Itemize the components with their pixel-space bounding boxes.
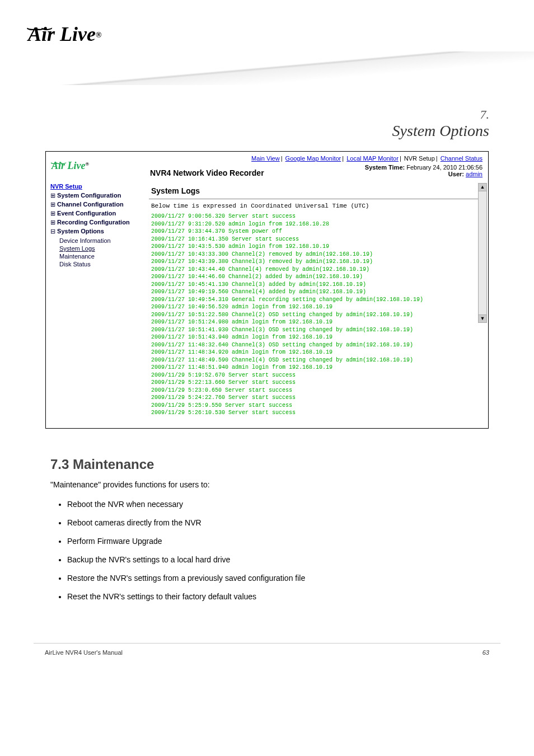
page-number: 63 [483, 649, 489, 656]
bullet-item: Reboot cameras directly from the NVR [67, 517, 484, 529]
footer-left: AirLive NVR4 User's Manual [45, 649, 123, 656]
nvr-screenshot: ‿‿‿ Air Live® Main View| Google Map Moni… [45, 151, 489, 429]
sidebar-system-logs[interactable]: System Logs [59, 245, 140, 252]
sidebar-system-options[interactable]: System Options [50, 228, 140, 235]
section-heading: 7.3 Maintenance [50, 457, 484, 472]
nvr-logo: ‿‿‿ Air Live® [46, 152, 144, 181]
scrollbar[interactable]: ▲ ▼ [478, 183, 487, 323]
scroll-down-icon[interactable]: ▼ [479, 314, 486, 322]
link-local-map[interactable]: Local MAP Monitor [346, 155, 399, 162]
link-main-view[interactable]: Main View [251, 155, 280, 162]
brand-logo: ‿‿‿ Air Live® [0, 0, 534, 51]
sidebar-system-config[interactable]: System Configuration [50, 192, 140, 199]
bullet-item: Backup the NVR's settings to a local har… [67, 554, 484, 566]
bullet-item: Restore the NVR's settings from a previo… [67, 572, 484, 584]
user-link[interactable]: admin [466, 171, 483, 177]
bullet-item: Perform Firmware Upgrade [67, 536, 484, 547]
sidebar-maintenance[interactable]: Maintenance [59, 252, 140, 260]
top-nav: Main View| Google Map Monitor| Local MAP… [150, 155, 483, 162]
sidebar-recording-config[interactable]: Recording Configuration [50, 219, 140, 226]
link-nvr-setup[interactable]: NVR Setup [404, 155, 435, 162]
bullet-item: Reboot the NVR when necessary [67, 499, 484, 510]
sidebar-device-info[interactable]: Device Information [59, 237, 140, 245]
main-title: System Logs [151, 186, 200, 195]
sidebar-channel-config[interactable]: Channel Configuration [50, 201, 140, 208]
product-name: NVR4 Network Video Recorder [150, 168, 264, 177]
decorative-divider [0, 51, 534, 85]
bullet-item: Reset the NVR's settings to their factor… [67, 591, 484, 603]
section-para: "Maintenance" provides functions for use… [50, 479, 484, 491]
utc-note: Below time is expressed in Coordinated U… [149, 199, 484, 213]
user-line: User: admin [365, 171, 483, 177]
page-footer: AirLive NVR4 User's Manual 63 [34, 643, 500, 673]
log-output: 2009/11/27 9:00:56.320 Server start succ… [149, 213, 484, 417]
doc-body: 7.3 Maintenance "Maintenance" provides f… [0, 445, 534, 621]
link-google-map[interactable]: Google Map Monitor [285, 155, 341, 162]
bullet-list: Reboot the NVR when necessaryReboot came… [67, 499, 484, 603]
scroll-up-icon[interactable]: ▲ [479, 184, 486, 191]
sidebar-disk-status[interactable]: Disk Status [59, 260, 140, 268]
chapter-header: 7. System Options [0, 85, 534, 151]
sidebar-heading[interactable]: NVR Setup [50, 183, 140, 190]
sidebar-event-config[interactable]: Event Configuration [50, 210, 140, 217]
sidebar: NVR Setup System Configuration Channel C… [46, 181, 144, 428]
link-channel-status[interactable]: Channel Status [441, 155, 483, 162]
system-time: System Time: February 24, 2010 21:06:56 [365, 164, 483, 171]
